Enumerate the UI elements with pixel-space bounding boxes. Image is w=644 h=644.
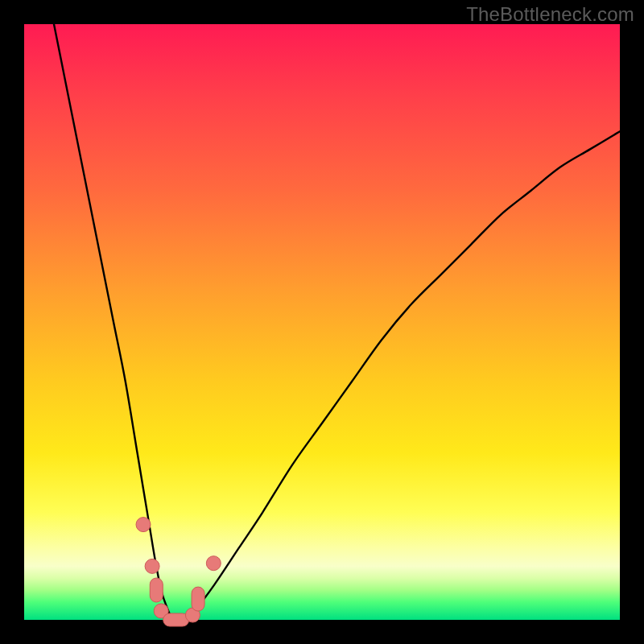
marker-1 [145, 559, 159, 573]
chart-frame: TheBottleneck.com [0, 0, 644, 644]
plot-area [24, 24, 620, 620]
marker-2 [150, 578, 163, 602]
bottleneck-curve-path [54, 24, 620, 621]
marker-0 [136, 518, 151, 532]
marker-4 [163, 613, 189, 626]
marker-6 [192, 587, 204, 611]
marker-7 [206, 556, 221, 571]
watermark-text: TheBottleneck.com [466, 3, 634, 26]
chart-svg [24, 24, 620, 620]
markers-group [136, 518, 221, 626]
